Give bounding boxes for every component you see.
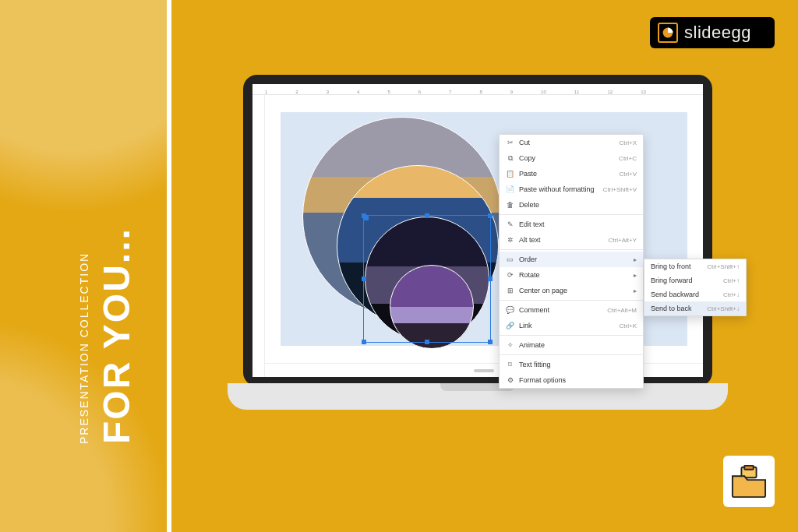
- menu-item-shortcut: Ctrl+K: [620, 322, 637, 329]
- menu-item-center-on-page[interactable]: ⊞Center on page▸: [500, 283, 643, 298]
- menu-item-shortcut: Ctrl+V: [620, 171, 637, 178]
- menu-item-link[interactable]: 🔗LinkCtrl+K: [500, 318, 643, 333]
- paste-icon: 📋: [506, 170, 514, 178]
- center-icon: ⊞: [506, 287, 514, 295]
- menu-separator: [500, 214, 643, 215]
- menu-item-label: Rotate: [519, 271, 626, 279]
- menu-separator: [500, 249, 643, 250]
- menu-item-paste-without-formatting[interactable]: 📄Paste without formattingCtrl+Shift+V: [500, 181, 643, 197]
- selection-box[interactable]: [363, 215, 491, 343]
- ruler-mark: 5: [387, 90, 390, 94]
- cut-icon: ✂: [506, 139, 514, 147]
- submenu-item-bring-forward[interactable]: Bring forwardCtrl+↑: [644, 273, 746, 287]
- laptop-mockup: 12345678910111213 ✂CutCtrl+X⧉CopyCtrl+C📋…: [228, 75, 728, 424]
- decorative-swoosh: [0, 0, 171, 249]
- menu-item-edit-text[interactable]: ✎Edit text: [500, 217, 643, 232]
- menu-item-shortcut: Ctrl+Shift+V: [603, 186, 637, 193]
- menu-item-label: Copy: [519, 154, 614, 162]
- left-divider: [167, 0, 171, 532]
- menu-item-label: Link: [519, 322, 615, 329]
- menu-item-comment[interactable]: 💬CommentCtrl+Alt+M: [500, 302, 643, 318]
- ruler-mark: 12: [607, 90, 613, 94]
- menu-item-format-options[interactable]: ⚙Format options: [500, 372, 643, 388]
- menu-item-paste[interactable]: 📋PasteCtrl+V: [500, 166, 643, 181]
- rotate-icon: ⟳: [506, 271, 514, 280]
- status-handle: [474, 369, 494, 372]
- ruler-mark: 3: [327, 90, 329, 94]
- menu-item-shortcut: Ctrl+C: [619, 155, 637, 162]
- ruler-mark: 13: [641, 90, 646, 94]
- menu-item-copy[interactable]: ⧉CopyCtrl+C: [500, 150, 643, 166]
- menu-item-label: Paste without formatting: [519, 185, 598, 193]
- menu-item-label: Cut: [519, 139, 615, 146]
- submenu-item-label: Bring to front: [651, 262, 704, 270]
- context-menu[interactable]: ✂CutCtrl+X⧉CopyCtrl+C📋PasteCtrl+V📄Paste …: [499, 134, 644, 389]
- alt-text-icon: ✲: [506, 236, 514, 245]
- app-screen: 12345678910111213 ✂CutCtrl+X⧉CopyCtrl+C📋…: [252, 84, 703, 377]
- submenu-item-send-backward[interactable]: Send backwardCtrl+↓: [644, 287, 746, 301]
- submenu-item-shortcut: Ctrl+↑: [723, 277, 740, 284]
- submenu-item-shortcut: Ctrl+↓: [723, 291, 740, 298]
- svg-rect-2: [744, 466, 754, 470]
- ruler-mark: 11: [574, 90, 580, 94]
- headline-big: FOR YOU...: [95, 227, 138, 444]
- menu-item-label: Paste: [519, 170, 615, 178]
- folder-icon: [731, 465, 767, 498]
- laptop-bezel: 12345678910111213 ✂CutCtrl+X⧉CopyCtrl+C📋…: [243, 75, 712, 386]
- horizontal-ruler: 12345678910111213: [252, 84, 703, 95]
- menu-separator: [500, 335, 643, 336]
- menu-item-text-fitting[interactable]: ⌑Text fitting: [500, 357, 643, 372]
- submenu-item-send-to-back[interactable]: Send to backCtrl+Shift+↓: [644, 301, 746, 315]
- order-submenu[interactable]: Bring to frontCtrl+Shift+↑Bring forwardC…: [644, 259, 747, 316]
- slide[interactable]: ✂CutCtrl+X⧉CopyCtrl+C📋PasteCtrl+V📄Paste …: [281, 112, 687, 346]
- menu-item-label: Order: [519, 255, 626, 263]
- animate-icon: ✧: [506, 341, 514, 350]
- ruler-mark: 4: [357, 90, 359, 94]
- menu-item-label: Text fitting: [519, 361, 637, 368]
- ruler-mark: 1: [265, 90, 267, 94]
- slide-canvas-area[interactable]: ✂CutCtrl+X⧉CopyCtrl+C📋PasteCtrl+V📄Paste …: [265, 95, 703, 363]
- menu-item-animate[interactable]: ✧Animate: [500, 337, 643, 353]
- ruler-mark: 7: [449, 90, 451, 94]
- delete-icon: 🗑: [506, 201, 514, 210]
- menu-separator: [500, 354, 643, 355]
- menu-item-delete[interactable]: 🗑Delete: [500, 197, 643, 213]
- menu-item-cut[interactable]: ✂CutCtrl+X: [500, 135, 643, 150]
- order-icon: ▭: [506, 255, 514, 264]
- edit-text-icon: ✎: [506, 220, 514, 229]
- menu-item-label: Delete: [519, 201, 637, 209]
- format-options-icon: ⚙: [506, 376, 514, 385]
- submenu-item-shortcut: Ctrl+Shift+↓: [707, 305, 740, 312]
- chevron-right-icon: ▸: [634, 256, 637, 263]
- headline-small: PRESENTATION COLLECTION: [78, 227, 90, 444]
- chevron-right-icon: ▸: [634, 287, 637, 294]
- slideegg-logo[interactable]: slideegg: [650, 17, 775, 48]
- menu-item-shortcut: Ctrl+X: [620, 139, 637, 146]
- submenu-item-bring-to-front[interactable]: Bring to frontCtrl+Shift+↑: [644, 259, 746, 273]
- headline-block: PRESENTATION COLLECTION FOR YOU...: [78, 227, 138, 444]
- slide-thumbnail-rail[interactable]: [252, 95, 265, 377]
- menu-item-alt-text[interactable]: ✲Alt textCtrl+Alt+Y: [500, 232, 643, 248]
- menu-separator: [500, 300, 643, 301]
- ruler-mark: 9: [510, 90, 513, 94]
- submenu-item-label: Bring forward: [651, 277, 720, 284]
- text-fitting-icon: ⌑: [506, 361, 514, 369]
- menu-item-shortcut: Ctrl+Alt+Y: [609, 237, 637, 244]
- submenu-item-label: Send backward: [651, 291, 720, 298]
- menu-item-label: Edit text: [519, 220, 637, 228]
- comment-icon: 💬: [506, 306, 514, 315]
- pie-chart-icon: [658, 23, 678, 43]
- menu-item-shortcut: Ctrl+Alt+M: [607, 307, 637, 314]
- paste-plain-icon: 📄: [506, 185, 514, 194]
- menu-item-order[interactable]: ▭Order▸: [500, 252, 643, 267]
- menu-item-label: Alt text: [519, 236, 604, 244]
- ruler-mark: 2: [295, 90, 298, 94]
- logo-text: slideegg: [684, 23, 751, 43]
- menu-item-label: Comment: [519, 306, 602, 314]
- menu-item-rotate[interactable]: ⟳Rotate▸: [500, 267, 643, 283]
- submenu-item-shortcut: Ctrl+Shift+↑: [707, 263, 740, 270]
- link-icon: 🔗: [506, 322, 514, 330]
- ruler-mark: 8: [479, 90, 482, 94]
- submenu-item-label: Send to back: [651, 305, 704, 312]
- ruler-mark: 10: [541, 90, 546, 94]
